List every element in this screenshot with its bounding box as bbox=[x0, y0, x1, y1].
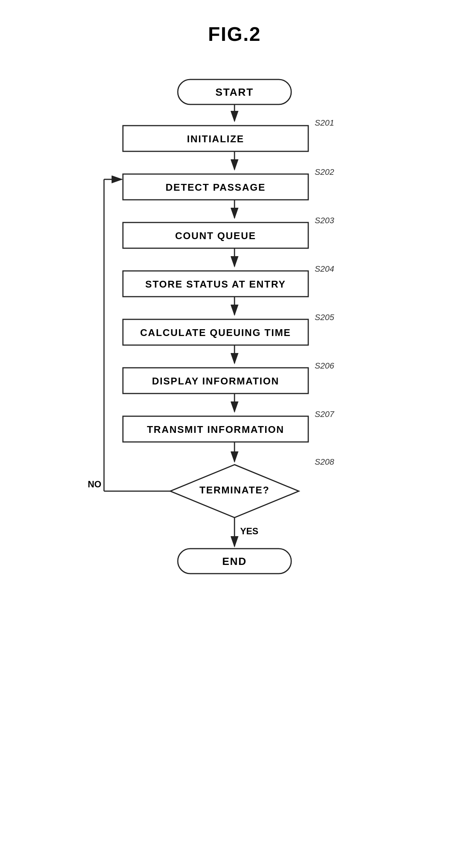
s202-label: DETECT PASSAGE bbox=[166, 182, 266, 193]
s203-label: COUNT QUEUE bbox=[175, 230, 256, 241]
label-s204: S204 bbox=[315, 264, 334, 274]
s206-label: DISPLAY INFORMATION bbox=[152, 375, 280, 387]
end-label: END bbox=[222, 555, 247, 567]
s201-label: INITIALIZE bbox=[187, 133, 244, 145]
label-s203: S203 bbox=[315, 216, 334, 225]
start-label: START bbox=[215, 86, 253, 98]
label-s208: S208 bbox=[315, 457, 334, 467]
no-label: NO bbox=[88, 479, 101, 489]
yes-label: YES bbox=[240, 526, 258, 536]
s205-label: CALCULATE QUEUING TIME bbox=[140, 327, 291, 338]
figure-title: FIG.2 bbox=[208, 23, 261, 45]
label-s201: S201 bbox=[315, 118, 334, 128]
flowchart-diagram: START S201 INITIALIZE S202 DETECT PASSAG… bbox=[83, 68, 386, 848]
s207-label: TRANSMIT INFORMATION bbox=[147, 424, 284, 435]
label-s205: S205 bbox=[315, 313, 334, 322]
page-container: FIG.2 START S201 INITIALIZE S202 DETECT … bbox=[0, 0, 469, 868]
label-s206: S206 bbox=[315, 361, 334, 370]
s208-label: TERMINATE? bbox=[199, 484, 270, 496]
label-s202: S202 bbox=[315, 167, 334, 177]
s204-label: STORE STATUS AT ENTRY bbox=[145, 278, 286, 290]
label-s207: S207 bbox=[315, 409, 334, 419]
